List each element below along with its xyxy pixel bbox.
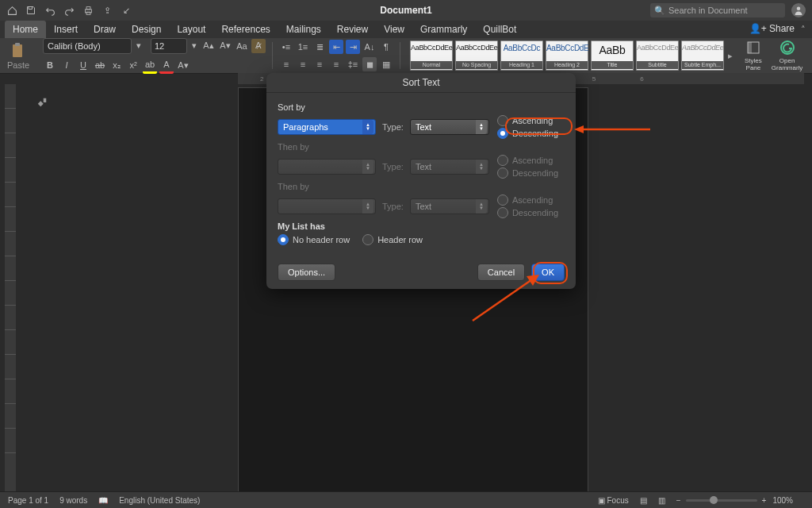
tab-mailings[interactable]: Mailings — [278, 21, 329, 38]
home-icon[interactable] — [6, 5, 17, 16]
cancel-button[interactable]: Cancel — [477, 264, 525, 281]
font-name-combo[interactable]: Calibri (Body) — [43, 38, 132, 54]
justify-icon[interactable]: ≡ — [329, 57, 343, 71]
format-icon[interactable]: ↙ — [121, 5, 132, 16]
svg-rect-6 — [44, 98, 47, 102]
view-print-icon[interactable]: ▤ — [640, 496, 647, 505]
zoom-out-icon[interactable]: − — [676, 496, 681, 505]
multilevel-icon[interactable]: ≣ — [312, 40, 327, 54]
underline-icon[interactable]: U — [76, 58, 90, 72]
then-by-label-1: Then by — [278, 142, 565, 152]
open-grammarly-button[interactable]: Open Grammarly — [772, 40, 803, 71]
chevron-updown-icon: ▲▼ — [362, 120, 373, 134]
change-case-icon[interactable]: Aa — [235, 39, 249, 53]
decrease-indent-icon[interactable]: ⇤ — [329, 40, 343, 54]
tab-references[interactable]: References — [213, 21, 278, 38]
zoom-in-icon[interactable]: + — [762, 496, 767, 505]
tab-layout[interactable]: Layout — [169, 21, 213, 38]
chevron-updown-icon: ▲▼ — [362, 199, 373, 214]
style-heading1[interactable]: AaBbCcDcHeading 1 — [500, 40, 543, 71]
save-icon[interactable] — [25, 5, 36, 16]
status-words[interactable]: 9 words — [59, 496, 87, 505]
tab-view[interactable]: View — [376, 21, 412, 38]
style-normal[interactable]: AaBbCcDdEeNormal — [410, 40, 453, 71]
bullets-icon[interactable]: •≡ — [279, 40, 293, 54]
tab-home[interactable]: Home — [5, 21, 46, 38]
shading-icon[interactable]: ◼ — [362, 57, 377, 71]
type-label-1: Type: — [382, 122, 404, 132]
print-icon[interactable] — [82, 5, 94, 16]
font-color-icon[interactable]: A — [159, 57, 174, 74]
collapse-ribbon-icon[interactable]: ˄ — [801, 25, 806, 35]
spellcheck-icon[interactable]: 📖 — [98, 496, 108, 505]
paste-button[interactable]: Paste — [5, 42, 32, 70]
user-avatar[interactable] — [791, 3, 806, 17]
status-language[interactable]: English (United States) — [119, 496, 200, 505]
tab-quillbot[interactable]: QuillBot — [475, 21, 524, 38]
increase-indent-icon[interactable]: ⇥ — [346, 40, 360, 54]
numbering-icon[interactable]: 1≡ — [296, 40, 310, 54]
highlight-icon[interactable]: ab — [143, 57, 157, 74]
italic-icon[interactable]: I — [59, 58, 74, 72]
sort-by-type-combo[interactable]: Text▲▼ — [410, 119, 489, 135]
tab-review[interactable]: Review — [329, 21, 376, 38]
align-right-icon[interactable]: ≡ — [312, 57, 327, 71]
strike-icon[interactable]: ab — [93, 58, 107, 72]
decrease-font-icon[interactable]: A▾ — [218, 39, 232, 53]
style-nospacing[interactable]: AaBbCcDdEeNo Spacing — [455, 40, 498, 71]
ribbon: Paste Calibri (Body) ▾ 12 ▾ A▴ A▾ Aa A̷ … — [0, 38, 812, 74]
superscript-icon[interactable]: x² — [126, 58, 140, 72]
view-web-icon[interactable]: ▥ — [658, 496, 665, 505]
tab-insert[interactable]: Insert — [46, 21, 86, 38]
redo-icon[interactable] — [63, 5, 75, 16]
ribbon-tabs: Home Insert Draw Design Layout Reference… — [0, 21, 812, 38]
share-button[interactable]: 👤+ Share — [749, 23, 795, 34]
format-painter-icon[interactable] — [36, 97, 48, 108]
chevron-updown-icon: ▲▼ — [476, 160, 487, 174]
styles-pane-button[interactable]: Styles Pane — [745, 40, 762, 71]
align-left-icon[interactable]: ≡ — [279, 57, 293, 71]
zoom-level[interactable]: 100% — [772, 496, 793, 505]
align-center-icon[interactable]: ≡ — [296, 57, 310, 71]
text-effects-icon[interactable]: A▾ — [176, 58, 190, 72]
then-by-field-combo-2: ▲▼ — [278, 198, 376, 214]
tab-grammarly[interactable]: Grammarly — [412, 21, 475, 38]
then-by-label-2: Then by — [278, 182, 565, 191]
more-styles-icon[interactable]: ▸ — [726, 41, 735, 70]
show-marks-icon[interactable]: ¶ — [379, 40, 393, 54]
svg-rect-5 — [15, 43, 20, 46]
zoom-slider[interactable] — [686, 499, 757, 502]
borders-icon[interactable]: ▦ — [379, 57, 393, 71]
type-label-3: Type: — [382, 202, 404, 211]
annotation-highlight-ok — [533, 262, 568, 284]
line-spacing-icon[interactable]: ‡≡ — [346, 57, 360, 71]
search-box[interactable]: 🔍 Search in Document — [650, 3, 785, 17]
options-button[interactable]: Options... — [278, 264, 335, 281]
subscript-icon[interactable]: x₂ — [109, 58, 124, 72]
font-name-dropdown-icon[interactable]: ▾ — [134, 39, 144, 53]
increase-font-icon[interactable]: A▴ — [201, 39, 216, 53]
share-icon[interactable]: ⇪ — [102, 5, 113, 16]
style-subtitle[interactable]: AaBbCcDdEeSubtitle — [636, 40, 679, 71]
font-size-dropdown-icon[interactable]: ▾ — [190, 39, 199, 53]
sort-by-field-combo[interactable]: Paragraphs▲▼ — [278, 119, 376, 135]
tab-draw[interactable]: Draw — [86, 21, 124, 38]
chevron-updown-icon: ▲▼ — [476, 199, 487, 214]
undo-icon[interactable] — [44, 5, 56, 16]
bold-icon[interactable]: B — [43, 58, 57, 72]
tab-design[interactable]: Design — [124, 21, 169, 38]
style-heading2[interactable]: AaBbCcDdEHeading 2 — [546, 40, 588, 71]
clear-formatting-icon[interactable]: A̷ — [251, 39, 266, 53]
focus-mode[interactable]: ▣ Focus — [598, 496, 629, 505]
style-subtleemph[interactable]: AaBbCcDdEeSubtle Emph... — [681, 40, 724, 71]
svg-point-3 — [797, 7, 801, 11]
radio-header[interactable]: Header row — [362, 234, 423, 245]
font-size-combo[interactable]: 12 — [151, 38, 187, 54]
chevron-updown-icon: ▲▼ — [476, 120, 487, 134]
status-page[interactable]: Page 1 of 1 — [8, 496, 48, 505]
svg-rect-8 — [748, 42, 752, 53]
sort-icon[interactable]: A↓ — [362, 40, 377, 54]
radio-no-header[interactable]: No header row — [278, 234, 350, 245]
style-title[interactable]: AaBbTitle — [591, 40, 634, 71]
vertical-ruler[interactable] — [5, 84, 16, 492]
